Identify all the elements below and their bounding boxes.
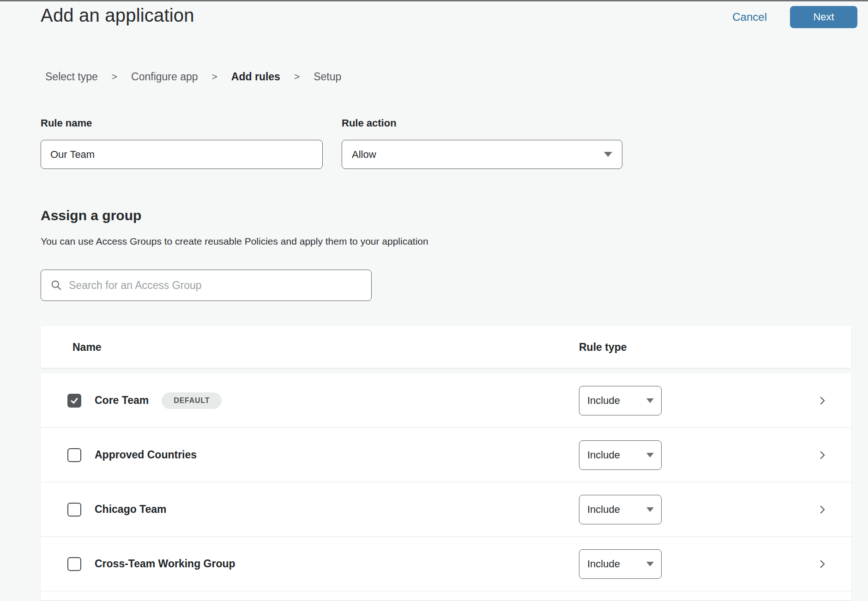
cancel-button[interactable]: Cancel xyxy=(732,11,767,24)
row-checkbox[interactable] xyxy=(67,503,81,517)
checkmark-icon xyxy=(70,396,79,405)
rule-action-select[interactable]: Allow xyxy=(342,140,622,169)
assign-group-description: You can use Access Groups to create reus… xyxy=(41,236,868,247)
rule-action-select-value: Allow xyxy=(352,149,376,161)
chevron-right-icon[interactable] xyxy=(817,396,827,406)
rule-type-select-value: Include xyxy=(587,504,620,516)
search-icon xyxy=(50,279,62,291)
rule-action-label: Rule action xyxy=(342,117,622,129)
table-row: Approved Countries Include xyxy=(41,428,851,482)
column-header-name: Name xyxy=(72,341,102,353)
row-checkbox[interactable] xyxy=(67,557,81,571)
chevron-right-icon[interactable] xyxy=(817,450,827,460)
table-header: Name Rule type xyxy=(41,326,851,368)
caret-down-icon xyxy=(646,507,654,512)
chevron-right-icon[interactable] xyxy=(817,505,827,515)
caret-down-icon xyxy=(604,152,612,157)
page-title: Add an application xyxy=(41,5,194,26)
rule-name-label: Rule name xyxy=(41,117,323,129)
breadcrumb: Select type>Configure app>Add rules>Setu… xyxy=(45,70,868,83)
rule-type-select-value: Include xyxy=(587,449,620,461)
column-header-rule-type: Rule type xyxy=(579,341,627,353)
breadcrumb-step[interactable]: Select type xyxy=(45,70,98,83)
breadcrumb-step[interactable]: Setup xyxy=(313,70,341,83)
header-actions: Cancel Next xyxy=(732,6,857,28)
rule-type-select-value: Include xyxy=(587,395,620,407)
access-group-list: Core Team DEFAULT Include Approved Count… xyxy=(41,373,851,600)
row-name: Chicago Team xyxy=(95,503,167,516)
rule-type-select[interactable]: Include xyxy=(579,549,662,579)
rule-form: Rule name Rule action Allow xyxy=(41,117,868,169)
row-checkbox[interactable] xyxy=(67,394,81,408)
row-name: Approved Countries xyxy=(95,449,197,461)
table-row: Cross-Team Working Group Include xyxy=(41,537,851,591)
row-name: Cross-Team Working Group xyxy=(95,558,235,570)
caret-down-icon xyxy=(646,453,654,457)
page-header: Add an application Cancel Next xyxy=(0,1,868,42)
rule-type-select[interactable]: Include xyxy=(579,495,662,524)
table-row: Core Team DEFAULT Include xyxy=(41,373,851,428)
breadcrumb-step[interactable]: Configure app xyxy=(131,70,198,83)
breadcrumb-step[interactable]: Add rules xyxy=(231,70,280,83)
assign-group-heading: Assign a group xyxy=(41,208,868,223)
rule-type-select[interactable]: Include xyxy=(579,386,662,415)
rule-name-field-group: Rule name xyxy=(41,117,323,169)
breadcrumb-separator: > xyxy=(112,70,117,83)
table-row: Chicago Team Include xyxy=(41,482,851,537)
next-button[interactable]: Next xyxy=(790,6,857,28)
row-checkbox[interactable] xyxy=(67,448,81,462)
breadcrumb-separator: > xyxy=(294,70,300,83)
default-badge: DEFAULT xyxy=(162,392,222,409)
access-group-search xyxy=(41,270,372,301)
caret-down-icon xyxy=(646,398,654,403)
rule-name-input[interactable] xyxy=(41,140,323,169)
breadcrumb-separator: > xyxy=(212,70,217,83)
chevron-right-icon[interactable] xyxy=(817,559,827,569)
search-input[interactable] xyxy=(69,270,371,300)
rule-action-field-group: Rule action Allow xyxy=(342,117,622,169)
row-name: Core Team xyxy=(95,394,149,407)
rule-type-select[interactable]: Include xyxy=(579,440,662,470)
caret-down-icon xyxy=(646,562,654,566)
rule-type-select-value: Include xyxy=(587,558,620,570)
